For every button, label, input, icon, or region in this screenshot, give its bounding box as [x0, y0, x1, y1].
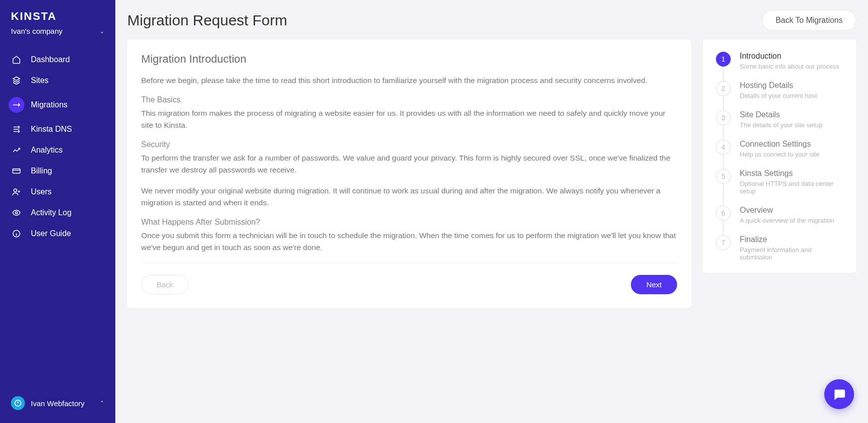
step-label: Kinsta Settings — [740, 169, 843, 178]
step-number: 6 — [716, 206, 731, 221]
step-desc: Details of your current host — [740, 92, 817, 99]
eye-icon — [11, 208, 22, 217]
step-number: 4 — [716, 140, 731, 155]
step-label: Connection Settings — [740, 140, 819, 149]
home-icon — [11, 55, 22, 64]
sidebar-item-migrations[interactable]: Migrations — [0, 91, 115, 119]
step-number: 1 — [716, 52, 731, 67]
sidebar-item-analytics[interactable]: Analytics — [0, 140, 115, 161]
section-security-title: Security — [141, 140, 677, 149]
sidebar-item-activity-log[interactable]: Activity Log — [0, 202, 115, 223]
svg-point-1 — [18, 131, 19, 132]
step-4[interactable]: 4 Connection Settings Help us connect to… — [716, 140, 843, 169]
sidebar-item-label: Kinsta DNS — [31, 125, 72, 134]
step-2[interactable]: 2 Hosting Details Details of your curren… — [716, 81, 843, 110]
intro-lead: Before we begin, please take the time to… — [141, 75, 677, 86]
page-title: Migration Request Form — [127, 12, 287, 29]
sidebar-item-billing[interactable]: Billing — [0, 161, 115, 181]
dns-icon — [11, 125, 22, 134]
sidebar-item-label: Activity Log — [31, 208, 72, 217]
step-desc: Some basic info about our process — [740, 63, 839, 70]
sidebar-nav: DashboardSitesMigrationsKinsta DNSAnalyt… — [0, 46, 115, 388]
step-desc: Optional HTTPS and data center setup — [740, 180, 843, 195]
step-number: 3 — [716, 110, 731, 125]
intro-title: Migration Introduction — [141, 53, 677, 66]
back-button[interactable]: Back — [141, 275, 188, 294]
step-1[interactable]: 1 Introduction Some basic info about our… — [716, 52, 843, 81]
step-desc: The details of your site setup — [740, 121, 822, 129]
sidebar-item-sites[interactable]: Sites — [0, 70, 115, 91]
step-desc: A quick overview of the migration — [740, 217, 834, 224]
svg-point-4 — [15, 212, 18, 214]
step-6[interactable]: 6 Overview A quick overview of the migra… — [716, 206, 843, 235]
chevron-down-icon: ⌄ — [99, 28, 104, 35]
user-menu[interactable]: Ivan Webfactory ⌃ — [0, 388, 115, 423]
divider — [141, 262, 677, 263]
sidebar-item-label: Users — [31, 187, 52, 196]
company-switcher[interactable]: Ivan's company ⌄ — [0, 27, 115, 46]
step-5[interactable]: 5 Kinsta Settings Optional HTTPS and dat… — [716, 169, 843, 206]
intro-card: Migration Introduction Before we begin, … — [127, 40, 691, 308]
info-icon — [11, 229, 22, 238]
sidebar-item-user-guide[interactable]: User Guide — [0, 223, 115, 244]
step-number: 2 — [716, 81, 731, 96]
next-button[interactable]: Next — [631, 275, 677, 294]
steps-panel: 1 Introduction Some basic info about our… — [703, 40, 856, 273]
migration-icon — [8, 97, 24, 113]
svg-point-0 — [18, 126, 19, 128]
step-number: 7 — [716, 235, 731, 250]
step-label: Introduction — [740, 52, 839, 61]
sidebar-item-dashboard[interactable]: Dashboard — [0, 49, 115, 70]
sidebar-item-kinsta-dns[interactable]: Kinsta DNS — [0, 119, 115, 140]
sidebar-item-label: User Guide — [31, 229, 71, 238]
step-label: Overview — [740, 206, 834, 215]
chat-button[interactable] — [824, 379, 854, 409]
back-to-migrations-button[interactable]: Back To Migrations — [762, 10, 856, 31]
step-7[interactable]: 7 Finalize Payment information and submi… — [716, 235, 843, 261]
svg-rect-2 — [13, 169, 20, 173]
sidebar-item-label: Dashboard — [31, 55, 70, 64]
section-security-body2: We never modify your original website du… — [141, 185, 677, 209]
svg-point-3 — [14, 189, 17, 192]
users-icon — [11, 187, 22, 196]
section-after-body: Once you submit this form a technician w… — [141, 230, 677, 254]
step-label: Finalize — [740, 235, 843, 244]
chevron-up-icon: ⌃ — [99, 400, 104, 407]
billing-icon — [11, 167, 22, 175]
step-3[interactable]: 3 Site Details The details of your site … — [716, 110, 843, 140]
sidebar-item-label: Analytics — [31, 146, 63, 155]
sidebar-item-users[interactable]: Users — [0, 181, 115, 202]
stack-icon — [11, 76, 22, 85]
section-after-title: What Happens After Submission? — [141, 218, 677, 227]
analytics-icon — [11, 146, 22, 155]
sidebar-item-label: Sites — [31, 76, 49, 85]
step-label: Hosting Details — [740, 81, 817, 90]
step-label: Site Details — [740, 110, 822, 119]
company-name: Ivan's company — [11, 27, 63, 35]
step-number: 5 — [716, 169, 731, 184]
sidebar-item-label: Migrations — [31, 100, 68, 109]
step-desc: Payment information and submission — [740, 246, 843, 261]
user-name: Ivan Webfactory — [31, 399, 85, 408]
sidebar-item-label: Billing — [31, 167, 52, 175]
brand-logo: KINSTA — [0, 0, 115, 27]
section-security-body1: To perform the transfer we ask for a num… — [141, 152, 677, 176]
chat-icon — [832, 387, 846, 401]
step-desc: Help us connect to your site — [740, 151, 819, 158]
section-basics-title: The Basics — [141, 95, 677, 104]
sidebar: KINSTA Ivan's company ⌄ DashboardSitesMi… — [0, 0, 115, 423]
page-header: Migration Request Form Back To Migration… — [127, 10, 856, 31]
section-basics-body: This migration form makes the process of… — [141, 107, 677, 131]
avatar — [11, 396, 25, 410]
